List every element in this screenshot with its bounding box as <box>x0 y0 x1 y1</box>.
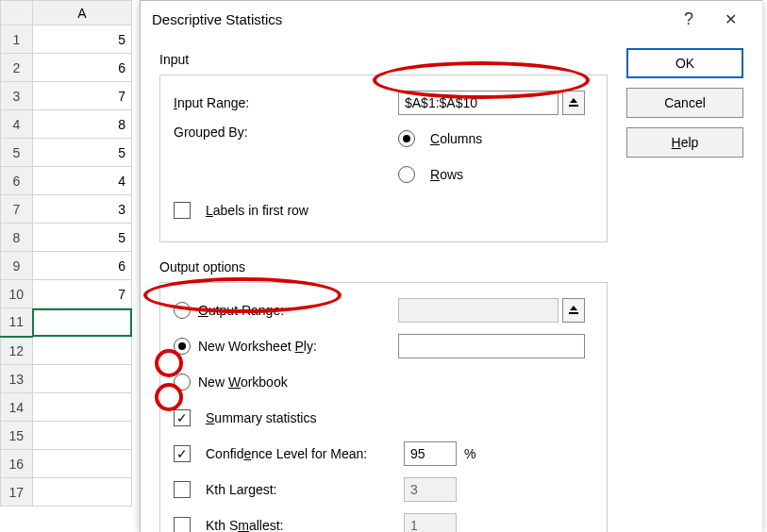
new-worksheet-ply-radio[interactable] <box>174 338 191 355</box>
input-group: Input Range: $A$1:$A$10 Grouped By: Colu… <box>159 75 608 242</box>
columns-radio-label: Columns <box>430 131 482 146</box>
cell[interactable]: 5 <box>32 25 131 54</box>
row-header[interactable]: 12 <box>1 337 33 365</box>
new-workbook-label: New Workbook <box>198 374 288 390</box>
row-header[interactable]: 2 <box>1 54 33 82</box>
output-range-radio[interactable] <box>174 302 191 319</box>
dialog-titlebar: Descriptive Statistics ? ✕ <box>141 1 762 37</box>
kth-smallest-field[interactable]: 1 <box>404 513 457 532</box>
cell[interactable] <box>32 308 131 337</box>
cell[interactable]: 3 <box>32 195 131 224</box>
help-icon[interactable]: ? <box>668 1 709 37</box>
confidence-level-field[interactable]: 95 <box>404 441 457 466</box>
cancel-button[interactable]: Cancel <box>626 88 743 118</box>
kth-largest-field[interactable]: 3 <box>404 477 457 502</box>
labels-first-row-checkbox[interactable] <box>174 202 191 219</box>
row-header[interactable]: 9 <box>1 252 33 280</box>
row-header[interactable]: 5 <box>1 139 33 167</box>
rows-radio[interactable] <box>398 166 415 183</box>
row-header[interactable]: 15 <box>1 422 33 450</box>
cell[interactable]: 4 <box>32 167 131 195</box>
row-header[interactable]: 10 <box>1 280 33 308</box>
percent-label: % <box>464 446 475 461</box>
kth-largest-label: Kth Largest: <box>206 482 396 497</box>
confidence-level-label: Confidence Level for Mean: <box>206 446 396 461</box>
rows-radio-label: Rows <box>430 167 463 182</box>
cell[interactable]: 5 <box>32 139 131 167</box>
kth-smallest-checkbox[interactable] <box>174 517 191 532</box>
cell[interactable] <box>32 450 131 478</box>
output-range-label: Output Range: <box>198 303 284 318</box>
cell[interactable] <box>32 365 131 393</box>
confidence-level-checkbox[interactable] <box>174 445 191 462</box>
kth-largest-checkbox[interactable] <box>174 481 191 498</box>
new-worksheet-ply-field[interactable] <box>398 334 585 358</box>
new-workbook-radio[interactable] <box>174 374 191 391</box>
svg-rect-1 <box>569 312 578 314</box>
cell[interactable] <box>32 337 131 365</box>
ok-button[interactable]: OK <box>626 48 743 78</box>
cell[interactable]: 5 <box>32 224 131 252</box>
spreadsheet: A 15263748556473859610711121314151617 <box>0 0 132 507</box>
row-header[interactable]: 17 <box>1 478 33 507</box>
collapse-dialog-icon-2[interactable] <box>562 298 585 323</box>
columns-radio[interactable] <box>398 130 415 147</box>
output-group: Output Range: New Worksheet Ply: <box>159 282 608 532</box>
input-range-label: Input Range: <box>174 95 391 110</box>
cell[interactable]: 7 <box>32 280 131 308</box>
cell[interactable] <box>32 478 131 507</box>
cell[interactable] <box>32 422 131 450</box>
column-header-a[interactable]: A <box>32 1 131 25</box>
grouped-by-label: Grouped By: <box>174 125 391 140</box>
kth-smallest-label: Kth Smallest: <box>206 518 396 532</box>
cell[interactable]: 6 <box>32 252 131 280</box>
svg-rect-0 <box>569 105 578 107</box>
row-header[interactable]: 6 <box>1 167 33 195</box>
close-icon[interactable]: ✕ <box>709 1 751 37</box>
output-group-label: Output options <box>159 259 608 274</box>
descriptive-statistics-dialog: Descriptive Statistics ? ✕ Input Input R… <box>140 0 762 532</box>
cell[interactable]: 7 <box>32 82 131 110</box>
labels-first-row-label: Labels in first row <box>206 203 308 218</box>
help-button[interactable]: Help <box>626 127 743 158</box>
select-all-cell[interactable] <box>1 1 33 25</box>
row-header[interactable]: 3 <box>1 82 33 110</box>
summary-statistics-label: Summary statistics <box>206 410 316 425</box>
dialog-title: Descriptive Statistics <box>152 11 282 27</box>
row-header[interactable]: 14 <box>1 393 33 422</box>
cell[interactable]: 6 <box>32 54 131 82</box>
input-range-field[interactable]: $A$1:$A$10 <box>398 91 559 115</box>
row-header[interactable]: 11 <box>1 308 33 337</box>
row-header[interactable]: 1 <box>1 25 33 54</box>
row-header[interactable]: 16 <box>1 450 33 478</box>
input-group-label: Input <box>159 52 608 67</box>
row-header[interactable]: 13 <box>1 365 33 393</box>
new-worksheet-ply-label: New Worksheet Ply: <box>198 339 317 354</box>
row-header[interactable]: 4 <box>1 110 33 139</box>
cell[interactable]: 8 <box>32 110 131 139</box>
row-header[interactable]: 7 <box>1 195 33 224</box>
output-range-field[interactable] <box>398 298 559 323</box>
collapse-dialog-icon[interactable] <box>562 91 585 115</box>
cell[interactable] <box>32 393 131 422</box>
summary-statistics-checkbox[interactable] <box>174 409 191 426</box>
row-header[interactable]: 8 <box>1 224 33 252</box>
